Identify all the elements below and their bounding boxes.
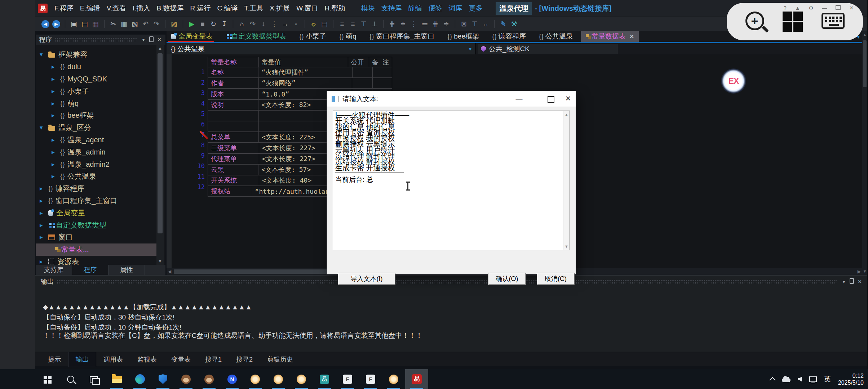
menu-insert[interactable]: I.插入	[129, 2, 154, 14]
tree-global-vars[interactable]: ▸ 全局变量	[36, 207, 156, 219]
tree-expander-icon[interactable]: ▸	[40, 233, 48, 241]
tab-bee-framework[interactable]: { } bee框架	[443, 31, 487, 42]
tree-expander-icon[interactable]: ▸	[52, 173, 60, 180]
tree-xiaolizi[interactable]: ▸ { } 小栗子	[36, 85, 156, 97]
menu-tools[interactable]: T.工具	[241, 2, 266, 14]
menu-program[interactable]: F.程序	[51, 2, 77, 14]
start-button[interactable]	[36, 369, 59, 389]
paste-icon[interactable]: ▧	[129, 20, 140, 28]
tree-bee-framework[interactable]: ▸ { } bee框架	[36, 109, 156, 122]
tree-expander-icon[interactable]: ▸	[52, 136, 60, 144]
ex-floating-badge[interactable]: EX	[721, 68, 746, 94]
constant-name-cell[interactable]: 作者	[208, 78, 259, 89]
file-explorer-icon[interactable]	[105, 369, 128, 389]
forward-icon[interactable]: ▶	[52, 20, 60, 28]
cut-icon[interactable]: ✂	[108, 20, 119, 28]
constant-name-cell[interactable]: 名称	[208, 67, 258, 78]
constant-value-cell[interactable]: “火狼代理插件”	[258, 67, 352, 78]
scroll-down-icon[interactable]	[862, 269, 867, 273]
constant-name-cell[interactable]	[208, 111, 259, 121]
constant-name-cell[interactable]: 版本	[208, 89, 259, 99]
tree-scrollbar[interactable]	[156, 45, 164, 265]
tree-expander-icon[interactable]: ▸	[52, 100, 60, 107]
tree-wenquan-admin2[interactable]: ▸ { } 温泉_admin2	[36, 158, 156, 170]
maximize-icon[interactable]	[548, 96, 554, 103]
onedrive-icon[interactable]	[782, 378, 790, 382]
h-space-icon[interactable]: ⋮	[408, 20, 419, 28]
tree-expander-icon[interactable]: ▸	[40, 258, 48, 265]
separator[interactable]	[452, 20, 455, 28]
bottom-tab-search1[interactable]: 搜寻1	[198, 352, 229, 367]
lock-icon[interactable]: ⊠	[459, 20, 469, 28]
tree-expander-icon[interactable]: ▾	[40, 51, 48, 58]
tree-expander-icon[interactable]: ▸	[52, 112, 60, 119]
constant-public-cell[interactable]	[352, 67, 372, 78]
tree-resource-table[interactable]: ▸ 资源表	[36, 256, 156, 265]
menu-module[interactable]: 模块	[358, 2, 378, 14]
scroll-up-icon[interactable]	[156, 46, 164, 51]
tree-wenquan-agent[interactable]: ▸ { } 温泉_agent	[36, 134, 156, 146]
elang-teal-app-icon[interactable]: 易	[313, 369, 336, 389]
scroll-up-icon[interactable]	[563, 112, 570, 117]
step-over-icon[interactable]: ↷	[247, 20, 258, 28]
sidebar-tab-program[interactable]: 程序	[72, 265, 108, 275]
tree-expander-icon[interactable]: ▸	[52, 148, 60, 156]
align-bottom-icon[interactable]: ⊥	[369, 20, 380, 28]
step-out-icon[interactable]: ⋮	[269, 20, 280, 28]
scope-selector[interactable]: {} 公共温泉	[167, 43, 476, 54]
textarea-scrollbar[interactable]	[563, 111, 570, 250]
close-icon[interactable]	[849, 5, 854, 11]
back-icon[interactable]: ◀	[41, 20, 49, 28]
tab-public-wenquan[interactable]: { } 公共温泉	[534, 31, 581, 42]
tree-custom-data-types[interactable]: ▸ 自定义数据类型	[36, 219, 156, 231]
save-icon[interactable]: ▦	[90, 20, 101, 28]
bottom-tab-clip-history[interactable]: 剪辑历史	[260, 352, 300, 367]
tab-mengq[interactable]: { } 萌q	[335, 31, 365, 42]
separator[interactable]	[230, 20, 233, 28]
separator[interactable]	[162, 20, 165, 28]
tiger-app2-icon[interactable]	[267, 369, 290, 389]
tree-expander-icon[interactable]: ▸	[40, 209, 48, 217]
defender-icon[interactable]	[151, 369, 174, 389]
stop-icon[interactable]: ■	[197, 20, 208, 28]
tree-framework-compat[interactable]: ▾ 框架兼容	[36, 49, 156, 61]
tree-expander-icon[interactable]: ▸	[52, 88, 60, 95]
constant-public-cell[interactable]	[352, 78, 372, 89]
restart-icon[interactable]: ↻	[208, 20, 219, 28]
search-button[interactable]	[59, 369, 82, 389]
tree-wenquan-admin[interactable]: ▸ { } 温泉_admin	[36, 146, 156, 158]
menu-window[interactable]: W.窗口	[293, 2, 321, 14]
breakpoint-icon[interactable]: ◦	[291, 20, 301, 28]
bottom-tab-variable-table[interactable]: 变量表	[164, 352, 198, 367]
vertical-scrollbar[interactable]	[862, 31, 867, 275]
panel-pin-icon[interactable]	[848, 278, 856, 285]
input-language-indicator[interactable]: 英	[824, 375, 831, 384]
menu-edit[interactable]: E.编辑	[77, 2, 103, 14]
bottom-tab-search2[interactable]: 搜寻2	[229, 352, 260, 367]
tree-dulu[interactable]: ▸ { } dulu	[36, 61, 156, 73]
tray-expand-icon[interactable]	[769, 377, 775, 383]
tree-window-program-main[interactable]: ▸ { } 窗口程序集_主窗口	[36, 195, 156, 207]
goto-icon[interactable]: →	[280, 20, 291, 28]
separator[interactable]	[62, 20, 65, 28]
constant-name-cell[interactable]: 开关系统	[208, 175, 259, 186]
undo-icon[interactable]: ↶	[140, 20, 151, 28]
taskbar-clock[interactable]: 0:12 2025/5/10	[838, 372, 865, 386]
notes-icon[interactable]: ▤	[319, 20, 330, 28]
monkey-app-icon[interactable]	[174, 369, 198, 389]
dialog-title-bar[interactable]: 请输入文本:	[327, 91, 576, 107]
constant-name-cell[interactable]: 二级菜单	[208, 143, 259, 153]
panel-close-icon[interactable]	[856, 279, 864, 285]
new-file-icon[interactable]: ▣	[68, 20, 79, 28]
scrollbar-thumb[interactable]	[158, 53, 163, 233]
constant-name-cell[interactable]: 说明	[208, 100, 258, 110]
separator[interactable]	[330, 20, 333, 28]
fit-icon[interactable]: ↔	[480, 20, 491, 28]
white-app-icon[interactable]: F	[336, 369, 359, 389]
align-top-icon[interactable]: ⊤	[358, 20, 369, 28]
brush-icon[interactable]: ✎	[498, 20, 509, 28]
separator[interactable]	[101, 20, 105, 28]
size-icon[interactable]: ⊤	[469, 20, 480, 28]
tree-expander-icon[interactable]: ▸	[40, 185, 48, 192]
volume-icon[interactable]	[798, 377, 802, 382]
